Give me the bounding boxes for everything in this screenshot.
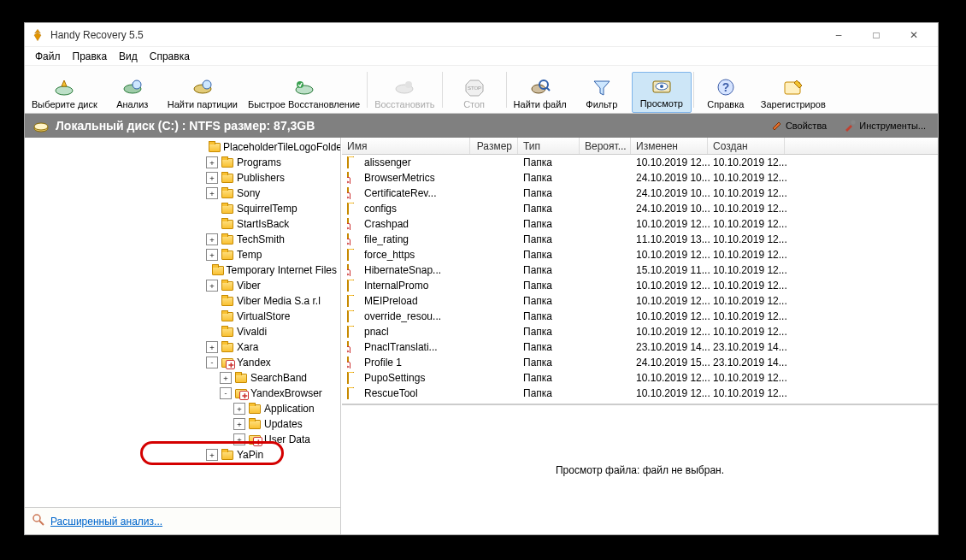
file-row[interactable]: HibernateSnap...Папка15.10.2019 11...10.… [342, 262, 938, 278]
tree-item[interactable]: +User Data [25, 432, 340, 447]
file-row[interactable]: pnaclПапка10.10.2019 12...10.10.2019 12.… [342, 324, 938, 339]
preview-button[interactable]: Просмотр [632, 72, 692, 113]
select-disk-label: Выберите диск [32, 99, 97, 109]
tree-item[interactable]: +TechSmith [25, 232, 340, 247]
maximize-button[interactable]: □ [857, 24, 895, 46]
tree-expander[interactable]: + [206, 233, 218, 245]
file-row[interactable]: file_ratingПапка11.10.2019 13...10.10.20… [342, 232, 938, 247]
tree-expander[interactable]: + [206, 449, 218, 461]
col-type[interactable]: Тип [518, 138, 580, 154]
tree-label: Temp [237, 249, 262, 261]
close-button[interactable]: ✕ [895, 24, 933, 46]
tree-label: YandexBrowser [250, 387, 322, 399]
file-row[interactable]: alissengerПапка10.10.2019 12...10.10.201… [342, 155, 938, 170]
file-row[interactable]: CertificateRev...Папка24.10.2019 10...10… [342, 186, 938, 201]
menu-help[interactable]: Справка [144, 49, 195, 64]
tree-item[interactable]: +SearchBand [25, 370, 340, 386]
tree-expander[interactable]: + [233, 433, 245, 445]
folder-tree[interactable]: PlaceholderTileLogoFolder+Programs+Publi… [25, 138, 340, 507]
tree-expander[interactable]: + [206, 249, 218, 261]
quick-recover-button[interactable]: Быстрое Восстановление [243, 74, 365, 113]
file-modified: 10.10.2019 12... [636, 372, 713, 384]
file-row[interactable]: CrashpadПапка10.10.2019 12...10.10.2019 … [342, 216, 938, 232]
tree-expander[interactable]: + [233, 403, 245, 415]
file-row[interactable]: PnaclTranslati...Папка23.10.2019 14...23… [342, 339, 938, 355]
col-modified[interactable]: Изменен [631, 138, 708, 154]
find-file-label: Найти файл [514, 99, 567, 109]
col-name[interactable]: Имя [342, 138, 470, 154]
file-row[interactable]: Profile 1Папка24.10.2019 15...23.10.2019… [342, 355, 938, 370]
tree-expander[interactable]: - [220, 387, 232, 399]
tree-item[interactable]: +Programs [25, 155, 340, 170]
tree-item[interactable]: Temporary Internet Files [25, 262, 340, 278]
advanced-analysis-link[interactable]: Расширенный анализ... [50, 516, 162, 528]
folder-icon [221, 249, 234, 261]
tree-expander[interactable]: + [206, 280, 218, 292]
file-created: 10.10.2019 12... [713, 326, 790, 338]
tree-item[interactable]: SquirrelTemp [25, 201, 340, 216]
tree-label: StartIsBack [237, 218, 289, 230]
disk-tools-button[interactable]: Инструменты... [839, 118, 931, 133]
col-size[interactable]: Размер [470, 138, 518, 154]
file-row[interactable]: MEIPreloadПапка10.10.2019 12...10.10.201… [342, 293, 938, 309]
file-row[interactable]: configsПапка24.10.2019 10...10.10.2019 1… [342, 201, 938, 216]
folder-icon [221, 203, 234, 215]
tree-item[interactable]: +Publishers [25, 170, 340, 186]
file-row[interactable]: override_resou...Папка10.10.2019 12...10… [342, 309, 938, 324]
minimize-button[interactable]: – [820, 24, 857, 46]
tree-item[interactable]: +Xara [25, 339, 340, 355]
folder-icon [347, 264, 361, 276]
file-row[interactable]: PupoSettingsПапка10.10.2019 12...10.10.2… [342, 370, 938, 386]
find-partitions-button[interactable]: Найти партиции [162, 74, 243, 113]
tree-expander[interactable]: + [206, 341, 218, 353]
help-button[interactable]: ? Справка [696, 74, 756, 113]
analyze-button[interactable]: Анализ [103, 74, 162, 113]
tree-item[interactable]: +Temp [25, 247, 340, 262]
folder-icon [209, 141, 221, 153]
find-file-button[interactable]: Найти файл [509, 74, 572, 113]
tree-item[interactable]: +Updates [25, 416, 340, 432]
col-prob[interactable]: Вероят... [580, 138, 631, 154]
file-row[interactable]: RescueToolПапка10.10.2019 12...10.10.201… [342, 386, 938, 401]
tree-expander[interactable]: + [206, 172, 218, 184]
file-row[interactable]: force_httpsПапка10.10.2019 12...10.10.20… [342, 247, 938, 262]
tree-item[interactable]: +Application [25, 401, 340, 416]
select-disk-button[interactable]: Выберите диск [27, 74, 103, 113]
filter-button[interactable]: Фильтр [572, 74, 632, 113]
menu-file[interactable]: Файл [30, 49, 66, 64]
file-list[interactable]: alissengerПапка10.10.2019 12...10.10.201… [342, 155, 938, 404]
tree-item[interactable]: PlaceholderTileLogoFolder [25, 139, 340, 155]
menu-view[interactable]: Вид [114, 49, 143, 64]
recover-button[interactable]: Восстановить [369, 74, 439, 113]
tree-expander[interactable]: + [220, 372, 232, 384]
file-name: PnaclTranslati... [364, 341, 438, 353]
tree-item[interactable]: VirtualStore [25, 309, 340, 324]
stop-button[interactable]: STOP Стоп [445, 74, 504, 113]
tree-item[interactable]: +Sony [25, 186, 340, 201]
tools-icon [844, 120, 856, 132]
tree-item[interactable]: +YaPin [25, 447, 340, 463]
menubar: Файл Правка Вид Справка [25, 47, 938, 66]
menu-edit[interactable]: Правка [68, 49, 113, 64]
col-created[interactable]: Создан [708, 138, 785, 154]
tree-item[interactable]: StartIsBack [25, 216, 340, 232]
tree-item[interactable]: +Viber [25, 278, 340, 293]
file-type: Папка [523, 295, 585, 307]
tree-expander[interactable]: + [206, 187, 218, 199]
register-button[interactable]: Зарегистриров [756, 74, 831, 113]
tree-item[interactable]: -YandexBrowser [25, 386, 340, 401]
file-name: CertificateRev... [364, 187, 436, 199]
preview-label: Просмотр [640, 98, 683, 109]
disk-props-button[interactable]: Свойства [765, 118, 832, 133]
tree-item[interactable]: Viber Media S.a r.l [25, 293, 340, 309]
tree-expander[interactable]: - [206, 357, 218, 368]
file-row[interactable]: InternalPromoПапка10.10.2019 12...10.10.… [342, 278, 938, 293]
tree-item[interactable]: -Yandex [25, 355, 340, 370]
tree-item[interactable]: Vivaldi [25, 324, 340, 339]
file-name: MEIPreload [364, 295, 418, 307]
folder-icon [221, 280, 234, 292]
file-row[interactable]: BrowserMetricsПапка24.10.2019 10...10.10… [342, 170, 938, 186]
file-type: Папка [523, 218, 585, 230]
tree-expander[interactable]: + [206, 156, 218, 168]
tree-expander[interactable]: + [233, 418, 245, 430]
